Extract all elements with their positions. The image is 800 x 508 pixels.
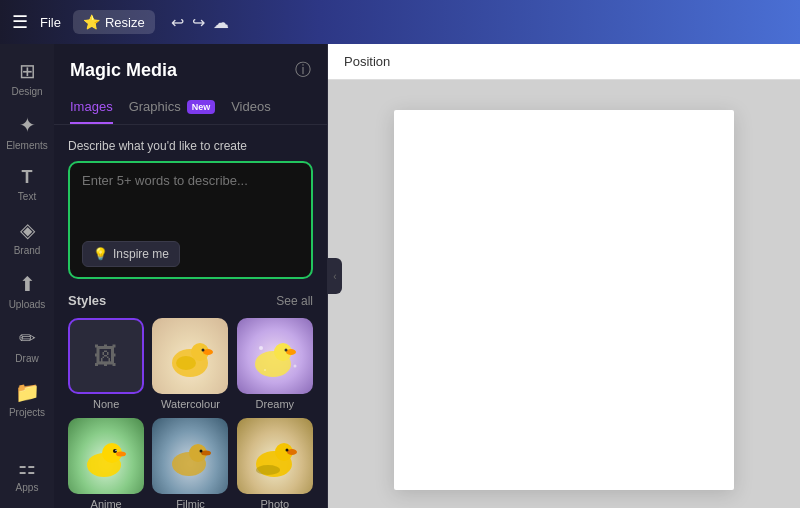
duck-photo-image bbox=[247, 428, 303, 484]
inspire-me-button[interactable]: 💡 Inspire me bbox=[82, 241, 180, 267]
describe-label: Describe what you'd like to create bbox=[68, 139, 313, 153]
svg-point-19 bbox=[201, 451, 211, 456]
tab-images-label: Images bbox=[70, 99, 113, 114]
svg-point-14 bbox=[116, 452, 126, 457]
sidebar-item-design[interactable]: ⊞ Design bbox=[3, 52, 51, 104]
duck-dreamy-image bbox=[247, 328, 303, 384]
style-dreamy-label: Dreamy bbox=[256, 398, 295, 410]
svg-point-24 bbox=[285, 449, 288, 452]
brand-icon: ◈ bbox=[20, 218, 35, 242]
style-filmic[interactable]: Filmic bbox=[152, 418, 228, 508]
no-style-icon: 🖼 bbox=[94, 342, 118, 370]
menu-icon[interactable]: ☰ bbox=[12, 11, 28, 33]
style-dreamy[interactable]: Dreamy bbox=[237, 318, 313, 410]
panel-header: Magic Media ⓘ bbox=[54, 44, 327, 91]
inspire-label: Inspire me bbox=[113, 247, 169, 261]
panel-title: Magic Media bbox=[70, 60, 177, 81]
icon-sidebar: ⊞ Design ✦ Elements T Text ◈ Brand ⬆ Upl… bbox=[0, 44, 54, 508]
tab-videos[interactable]: Videos bbox=[231, 91, 271, 124]
sidebar-item-label: Text bbox=[18, 191, 36, 202]
resize-star-icon: ⭐ bbox=[83, 14, 100, 30]
projects-icon: 📁 bbox=[15, 380, 40, 404]
style-thumb-anime bbox=[68, 418, 144, 494]
sidebar-item-label: Elements bbox=[6, 140, 48, 151]
style-anime[interactable]: Anime bbox=[68, 418, 144, 508]
see-all-button[interactable]: See all bbox=[276, 294, 313, 308]
duck-watercolour-image bbox=[162, 328, 218, 384]
sidebar-item-label: Apps bbox=[16, 482, 39, 493]
style-thumb-filmic bbox=[152, 418, 228, 494]
prompt-box: 💡 Inspire me bbox=[68, 161, 313, 279]
style-thumb-none: 🖼 bbox=[68, 318, 144, 394]
sidebar-item-label: Projects bbox=[9, 407, 45, 418]
draw-icon: ✏ bbox=[19, 326, 36, 350]
magic-media-panel: Magic Media ⓘ Images Graphics New Videos… bbox=[54, 44, 328, 508]
file-menu[interactable]: File bbox=[40, 15, 61, 30]
style-thumb-watercolour bbox=[152, 318, 228, 394]
panel-collapse-handle[interactable]: ‹ bbox=[328, 258, 342, 294]
sidebar-item-draw[interactable]: ✏ Draw bbox=[3, 319, 51, 371]
canvas-workspace[interactable] bbox=[328, 80, 800, 508]
tab-images[interactable]: Images bbox=[70, 91, 113, 124]
svg-point-11 bbox=[264, 369, 266, 371]
prompt-input[interactable] bbox=[82, 173, 299, 233]
canvas-toolbar: Position bbox=[328, 44, 800, 80]
style-photo[interactable]: Photo bbox=[237, 418, 313, 508]
main-area: ⊞ Design ✦ Elements T Text ◈ Brand ⬆ Upl… bbox=[0, 44, 800, 508]
style-none[interactable]: 🖼 None bbox=[68, 318, 144, 410]
canvas-page bbox=[394, 110, 734, 490]
tab-graphics-label: Graphics bbox=[129, 99, 181, 114]
svg-point-9 bbox=[259, 346, 263, 350]
sidebar-item-text[interactable]: T Text bbox=[3, 160, 51, 209]
position-label: Position bbox=[344, 54, 390, 69]
info-icon[interactable]: ⓘ bbox=[295, 60, 311, 81]
inspire-icon: 💡 bbox=[93, 247, 108, 261]
text-icon: T bbox=[22, 167, 33, 188]
sidebar-item-apps[interactable]: ⚏ Apps bbox=[3, 448, 51, 500]
duck-filmic-image bbox=[162, 428, 218, 484]
style-photo-label: Photo bbox=[260, 498, 289, 508]
topbar: ☰ File ⭐ Resize ↩ ↪ ☁ bbox=[0, 0, 800, 44]
uploads-icon: ⬆ bbox=[19, 272, 36, 296]
tab-videos-label: Videos bbox=[231, 99, 271, 114]
duck-anime-image bbox=[78, 428, 134, 484]
svg-point-8 bbox=[284, 349, 287, 352]
canvas-area: Position bbox=[328, 44, 800, 508]
style-thumb-photo bbox=[237, 418, 313, 494]
apps-icon: ⚏ bbox=[18, 455, 36, 479]
style-watercolour-label: Watercolour bbox=[161, 398, 220, 410]
svg-point-23 bbox=[287, 449, 297, 455]
svg-point-20 bbox=[200, 450, 203, 453]
svg-point-2 bbox=[203, 349, 213, 355]
panel-content: Describe what you'd like to create 💡 Ins… bbox=[54, 125, 327, 508]
sidebar-item-uploads[interactable]: ⬆ Uploads bbox=[3, 265, 51, 317]
redo-button[interactable]: ↪ bbox=[192, 13, 205, 32]
styles-grid: 🖼 None bbox=[68, 318, 313, 508]
resize-label: Resize bbox=[105, 15, 145, 30]
sidebar-item-brand[interactable]: ◈ Brand bbox=[3, 211, 51, 263]
cloud-save-button[interactable]: ☁ bbox=[213, 13, 229, 32]
style-filmic-label: Filmic bbox=[176, 498, 205, 508]
sidebar-item-elements[interactable]: ✦ Elements bbox=[3, 106, 51, 158]
styles-header: Styles See all bbox=[68, 293, 313, 308]
design-icon: ⊞ bbox=[19, 59, 36, 83]
style-anime-label: Anime bbox=[91, 498, 122, 508]
svg-point-16 bbox=[115, 450, 116, 451]
style-none-label: None bbox=[93, 398, 119, 410]
svg-point-4 bbox=[176, 356, 196, 370]
graphics-new-badge: New bbox=[187, 100, 216, 114]
tab-graphics[interactable]: Graphics New bbox=[129, 91, 216, 124]
sidebar-item-projects[interactable]: 📁 Projects bbox=[3, 373, 51, 425]
elements-icon: ✦ bbox=[19, 113, 36, 137]
svg-point-10 bbox=[293, 365, 296, 368]
resize-button[interactable]: ⭐ Resize bbox=[73, 10, 155, 34]
style-thumb-dreamy bbox=[237, 318, 313, 394]
undo-button[interactable]: ↩ bbox=[171, 13, 184, 32]
svg-point-25 bbox=[256, 465, 280, 475]
topbar-actions: ↩ ↪ ☁ bbox=[171, 13, 229, 32]
sidebar-item-label: Draw bbox=[15, 353, 38, 364]
svg-point-7 bbox=[286, 349, 296, 355]
styles-title: Styles bbox=[68, 293, 106, 308]
style-watercolour[interactable]: Watercolour bbox=[152, 318, 228, 410]
tab-bar: Images Graphics New Videos bbox=[54, 91, 327, 125]
